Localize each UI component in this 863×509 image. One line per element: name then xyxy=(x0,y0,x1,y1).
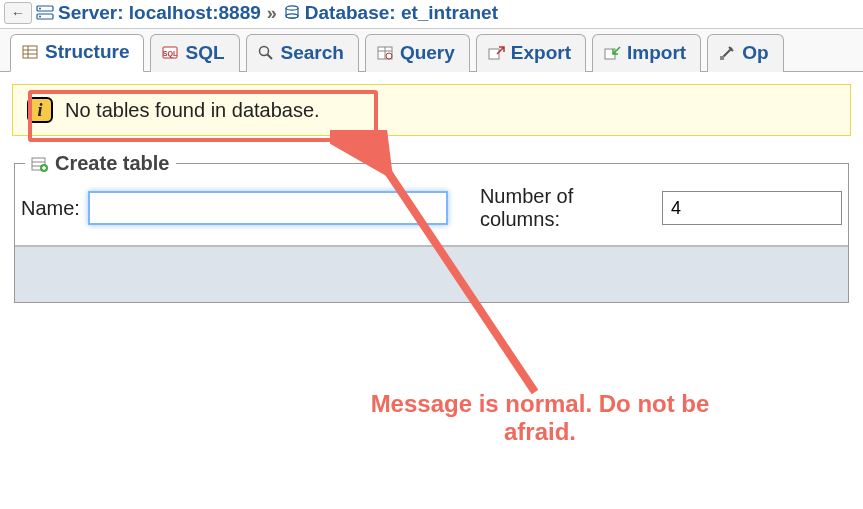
content-area: i No tables found in database. Create ta… xyxy=(0,72,863,315)
create-table-legend-text: Create table xyxy=(55,152,170,175)
tab-structure-label: Structure xyxy=(45,41,129,63)
svg-line-13 xyxy=(267,54,272,59)
tab-operations[interactable]: Op xyxy=(707,34,783,72)
database-breadcrumb-label: Database: et_intranet xyxy=(305,2,498,24)
breadcrumb-bar: ← Server: localhost:8889 » Database: et_… xyxy=(0,0,863,29)
info-notice: i No tables found in database. xyxy=(12,84,851,136)
tab-bar: Structure SQL SQL Search Query Export Im… xyxy=(0,29,863,72)
back-button[interactable]: ← xyxy=(4,2,32,24)
server-breadcrumb-label: Server: localhost:8889 xyxy=(58,2,261,24)
tab-import[interactable]: Import xyxy=(592,34,701,72)
server-breadcrumb[interactable]: Server: localhost:8889 xyxy=(36,2,261,24)
sql-icon: SQL xyxy=(161,44,179,62)
tab-operations-label: Op xyxy=(742,42,768,64)
svg-point-3 xyxy=(39,16,41,18)
database-breadcrumb[interactable]: Database: et_intranet xyxy=(283,2,498,24)
columns-count-input[interactable] xyxy=(662,191,842,225)
tab-sql[interactable]: SQL SQL xyxy=(150,34,239,72)
create-table-form-row: Name: Number of columns: xyxy=(15,175,848,246)
tab-query-label: Query xyxy=(400,42,455,64)
tab-search-label: Search xyxy=(281,42,344,64)
create-table-icon xyxy=(31,155,49,173)
create-table-action-row xyxy=(15,246,848,302)
tab-structure[interactable]: Structure xyxy=(10,34,144,72)
tab-sql-label: SQL xyxy=(185,42,224,64)
create-table-fieldset: Create table Name: Number of columns: xyxy=(14,152,849,303)
tab-search[interactable]: Search xyxy=(246,34,359,72)
svg-text:SQL: SQL xyxy=(163,50,178,58)
server-icon xyxy=(36,4,54,22)
search-icon xyxy=(257,44,275,62)
export-icon xyxy=(487,44,505,62)
tab-query[interactable]: Query xyxy=(365,34,470,72)
name-label: Name: xyxy=(21,197,80,220)
svg-point-5 xyxy=(286,14,298,18)
table-name-input[interactable] xyxy=(88,191,448,225)
import-icon xyxy=(603,44,621,62)
columns-label: Number of columns: xyxy=(480,185,654,231)
breadcrumb-separator: » xyxy=(267,3,277,24)
svg-rect-6 xyxy=(23,46,37,58)
svg-point-12 xyxy=(259,46,268,55)
tab-export-label: Export xyxy=(511,42,571,64)
svg-point-2 xyxy=(39,8,41,10)
info-icon: i xyxy=(27,97,53,123)
create-table-legend: Create table xyxy=(25,152,176,175)
structure-icon xyxy=(21,43,39,61)
info-notice-text: No tables found in database. xyxy=(65,99,320,122)
svg-point-4 xyxy=(286,6,298,10)
annotation-text: Message is normal. Do not be afraid. xyxy=(360,390,720,446)
database-icon xyxy=(283,4,301,22)
tab-import-label: Import xyxy=(627,42,686,64)
svg-rect-20 xyxy=(720,56,724,60)
operations-icon xyxy=(718,44,736,62)
query-icon xyxy=(376,44,394,62)
tab-export[interactable]: Export xyxy=(476,34,586,72)
